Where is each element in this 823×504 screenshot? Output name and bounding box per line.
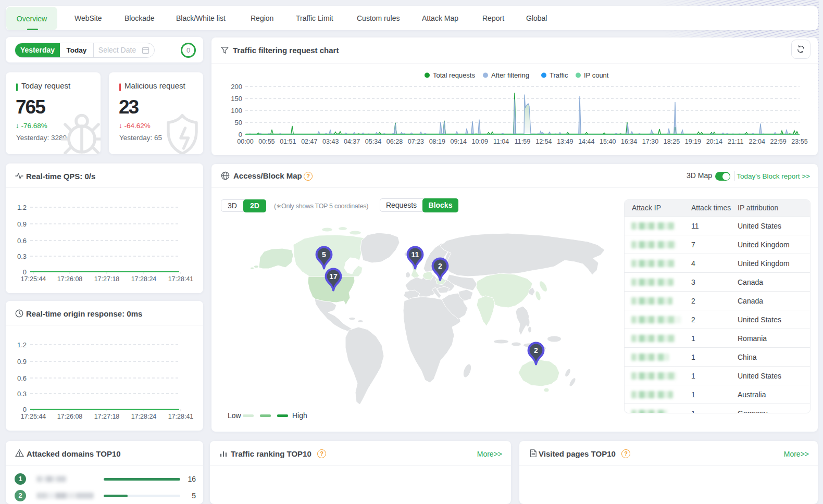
svg-text:0.6: 0.6 (17, 237, 27, 245)
svg-text:17:27:18: 17:27:18 (94, 413, 120, 420)
svg-text:17:28:24: 17:28:24 (131, 413, 157, 420)
svg-text:22:59: 22:59 (770, 138, 786, 145)
svg-text:5: 5 (322, 250, 326, 259)
svg-text:10:09: 10:09 (472, 138, 488, 145)
svg-text:0: 0 (23, 406, 27, 413)
svg-text:2: 2 (438, 262, 442, 270)
svg-text:200: 200 (231, 83, 242, 91)
svg-text:1.2: 1.2 (17, 341, 27, 349)
svg-text:15:40: 15:40 (600, 138, 616, 145)
svg-text:0: 0 (23, 268, 27, 276)
svg-text:11: 11 (412, 250, 419, 259)
svg-text:0.6: 0.6 (17, 374, 27, 382)
svg-text:After filtering: After filtering (491, 71, 529, 79)
svg-text:Traffic: Traffic (550, 71, 568, 79)
svg-text:17:28:41: 17:28:41 (168, 275, 194, 283)
svg-text:13:49: 13:49 (557, 138, 573, 145)
svg-text:17:25:44: 17:25:44 (21, 413, 46, 420)
svg-text:20:14: 20:14 (706, 138, 722, 145)
svg-text:23:55: 23:55 (791, 138, 807, 145)
svg-text:0.3: 0.3 (17, 390, 27, 398)
svg-text:50: 50 (235, 119, 242, 127)
svg-text:00:55: 00:55 (258, 138, 275, 145)
svg-text:17:26:08: 17:26:08 (57, 275, 83, 283)
svg-text:04:37: 04:37 (344, 138, 360, 145)
svg-text:IP count: IP count (584, 71, 609, 79)
svg-text:18:25: 18:25 (664, 138, 680, 145)
svg-text:100: 100 (231, 107, 242, 115)
svg-text:07:23: 07:23 (408, 138, 424, 145)
svg-text:16:34: 16:34 (621, 138, 637, 145)
svg-text:11:59: 11:59 (515, 138, 530, 145)
svg-text:0.9: 0.9 (17, 358, 27, 366)
svg-text:2: 2 (534, 346, 538, 355)
svg-text:12:54: 12:54 (535, 138, 552, 145)
svg-text:02:47: 02:47 (301, 138, 317, 145)
svg-text:150: 150 (231, 95, 242, 103)
svg-text:17:30: 17:30 (642, 138, 658, 145)
svg-text:06:28: 06:28 (386, 138, 403, 145)
svg-text:1.2: 1.2 (17, 204, 27, 211)
svg-text:0: 0 (239, 131, 242, 138)
svg-text:09:14: 09:14 (451, 138, 467, 145)
svg-text:00:00: 00:00 (237, 138, 253, 145)
svg-text:Total requests: Total requests (433, 71, 475, 79)
svg-text:0.9: 0.9 (17, 220, 27, 228)
svg-text:17:27:18: 17:27:18 (94, 275, 120, 283)
svg-text:01:51: 01:51 (280, 138, 296, 145)
svg-text:22:04: 22:04 (749, 138, 765, 145)
svg-text:21:11: 21:11 (728, 138, 743, 145)
svg-text:11:04: 11:04 (493, 138, 509, 145)
svg-text:14:44: 14:44 (578, 138, 594, 145)
svg-text:19:19: 19:19 (685, 138, 701, 145)
svg-text:17:28:41: 17:28:41 (168, 413, 194, 420)
svg-text:17:26:08: 17:26:08 (57, 413, 83, 420)
svg-text:08:19: 08:19 (429, 138, 445, 145)
svg-text:17:25:44: 17:25:44 (21, 275, 46, 283)
svg-text:05:34: 05:34 (365, 138, 381, 145)
svg-text:0.3: 0.3 (17, 253, 27, 260)
svg-text:03:43: 03:43 (322, 138, 339, 145)
svg-text:17: 17 (329, 272, 338, 281)
svg-text:17:28:24: 17:28:24 (131, 275, 157, 283)
